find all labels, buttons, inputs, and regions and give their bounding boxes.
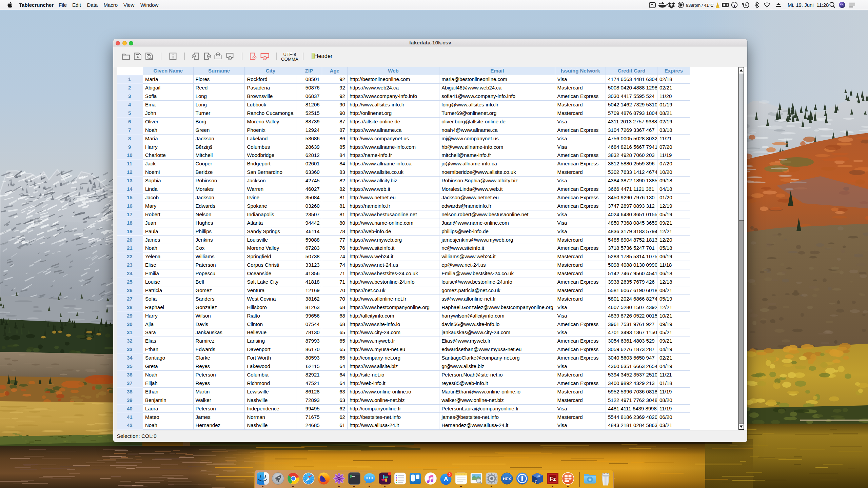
svg-text:Mi. 19. Juni: Mi. 19. Juni <box>788 2 814 8</box>
svg-text:$: $ <box>350 474 352 479</box>
svg-text:11:28: 11:28 <box>816 2 829 8</box>
svg-text:A: A <box>443 475 448 483</box>
svg-text:iπ: iπ <box>537 474 540 477</box>
svg-text:938rpm / 41°C: 938rpm / 41°C <box>686 3 713 8</box>
svg-text:Fz: Fz <box>549 476 556 482</box>
svg-text:e: e <box>535 479 537 484</box>
svg-text:2: 2 <box>448 473 450 477</box>
svg-text:i: i <box>734 3 735 8</box>
svg-text:HEX: HEX <box>503 477 511 481</box>
